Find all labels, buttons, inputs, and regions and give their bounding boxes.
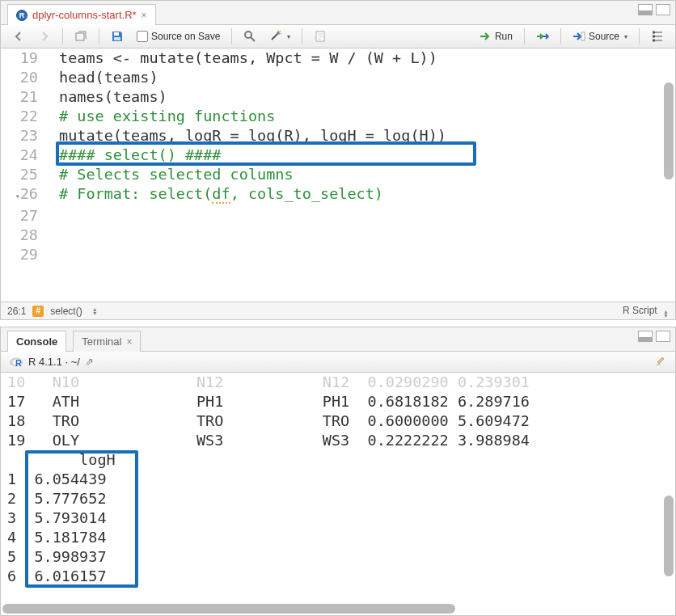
updown-icon[interactable]: ▲▼: [92, 307, 98, 315]
svg-rect-1: [114, 32, 119, 36]
vertical-scrollbar[interactable]: [664, 50, 674, 300]
console-pane: Console Terminal × R R 4.1.1 · ~/ ⇗ 10 N…: [0, 327, 676, 616]
close-icon[interactable]: ×: [142, 10, 147, 21]
close-icon[interactable]: ×: [126, 336, 132, 348]
console-line: 5 5.998937: [7, 547, 662, 567]
source-on-save-toggle[interactable]: Source on Save: [132, 29, 225, 44]
svg-rect-6: [581, 32, 585, 40]
code-line[interactable]: # Selects selected columns: [59, 165, 662, 184]
console-line: 17 ATH PH1 PH1 0.6818182 6.289716: [7, 392, 662, 411]
clear-console-icon[interactable]: [654, 354, 667, 369]
popout-icon[interactable]: ⇗: [85, 356, 94, 368]
nav-back-button[interactable]: [7, 28, 30, 44]
console-line: 2 5.777652: [7, 489, 662, 508]
console-line: 6 6.016157: [7, 567, 662, 586]
maximize-pane-icon[interactable]: [656, 331, 670, 342]
code-line[interactable]: # Format: select(df, cols_to_select): [59, 184, 662, 204]
console-line: 10 N10 N12 N12 0.0290290 0.239301: [7, 373, 662, 392]
horizontal-scrollbar[interactable]: [2, 604, 662, 614]
source-on-save-label: Source on Save: [151, 31, 220, 42]
updown-icon[interactable]: ▲▼: [663, 310, 669, 318]
rerun-button[interactable]: [531, 28, 554, 44]
line-gutter: 19 20 21 22 23 24 25 ▾26 27 28 29: [1, 49, 48, 264]
run-button[interactable]: Run: [474, 28, 518, 44]
run-label: Run: [495, 31, 513, 42]
editor-tab-bar: R dplyr-columns-start.R* ×: [1, 1, 675, 25]
chevron-down-icon: ▾: [287, 33, 290, 40]
section-tag-icon: #: [32, 306, 44, 317]
svg-point-3: [245, 32, 251, 38]
source-button[interactable]: Source ▾: [568, 28, 632, 44]
find-button[interactable]: [239, 28, 261, 44]
vertical-scrollbar[interactable]: [664, 374, 674, 614]
editor-status-bar: 26:1 # select() ▲▼ R Script ▲▼: [1, 302, 675, 319]
console-line: logH: [7, 450, 662, 470]
chevron-down-icon: ▾: [624, 33, 627, 40]
console-line: 3 5.793014: [7, 508, 662, 528]
pane-controls: [638, 331, 670, 342]
code-line[interactable]: head(teams): [59, 68, 662, 87]
minimize-pane-icon[interactable]: [638, 4, 653, 15]
maximize-pane-icon[interactable]: [656, 4, 670, 15]
nav-forward-button[interactable]: [33, 28, 56, 44]
save-button[interactable]: [106, 28, 129, 44]
tab-console[interactable]: Console: [7, 331, 66, 352]
code-line[interactable]: teams <- mutate(teams, Wpct = W / (W + L…: [59, 49, 662, 68]
fold-icon[interactable]: ▾: [12, 187, 20, 206]
source-label: Source: [589, 31, 619, 42]
console-header: R R 4.1.1 · ~/ ⇗: [1, 352, 675, 373]
svg-text:R: R: [15, 358, 22, 368]
r-session-label: R 4.1.1 · ~/: [28, 356, 80, 368]
console-line: 1 6.054439: [7, 470, 662, 489]
console-line: 18 TRO TRO TRO 0.6000000 5.609472: [7, 411, 662, 431]
svg-point-4: [277, 32, 280, 35]
scope-label[interactable]: select(): [50, 306, 82, 317]
checkbox-icon: [137, 31, 148, 42]
r-file-icon: R: [16, 10, 27, 21]
cursor-position: 26:1: [7, 306, 26, 317]
pane-controls: [638, 4, 670, 15]
code-tools-button[interactable]: ▾: [264, 28, 295, 44]
console-tab-bar: Console Terminal ×: [1, 327, 675, 352]
tab-terminal[interactable]: Terminal ×: [73, 331, 141, 352]
code-line[interactable]: names(teams): [59, 87, 662, 107]
editor-toolbar: Source on Save ▾ Run Source ▾: [1, 25, 675, 49]
console-line: 19 OLY WS3 WS3 0.2222222 3.988984: [7, 431, 662, 450]
compile-report-button[interactable]: [309, 28, 332, 44]
minimize-pane-icon[interactable]: [638, 331, 653, 342]
console-line: 4 5.181784: [7, 528, 662, 547]
code-editor[interactable]: 19 20 21 22 23 24 25 ▾26 27 28 29 teams …: [1, 49, 675, 302]
editor-pane: R dplyr-columns-start.R* × Source on Sav…: [0, 0, 676, 320]
svg-rect-0: [76, 33, 84, 40]
code-line[interactable]: # use existing functions: [59, 107, 662, 126]
code-line[interactable]: #### select() ####: [59, 146, 662, 165]
console-output[interactable]: 10 N10 N12 N12 0.0290290 0.23930117 ATH …: [1, 373, 675, 615]
code-line[interactable]: mutate(teams, logR = log(R), logH = log(…: [59, 126, 662, 146]
file-tab-active[interactable]: R dplyr-columns-start.R* ×: [7, 4, 156, 25]
r-logo-icon: R: [9, 355, 23, 369]
code-body[interactable]: teams <- mutate(teams, Wpct = W / (W + L…: [59, 49, 662, 204]
svg-rect-2: [114, 37, 120, 40]
show-in-new-window-button[interactable]: [70, 28, 92, 44]
language-label[interactable]: R Script: [623, 305, 657, 316]
file-tab-label: dplyr-columns-start.R*: [32, 9, 137, 21]
outline-button[interactable]: [646, 28, 669, 44]
